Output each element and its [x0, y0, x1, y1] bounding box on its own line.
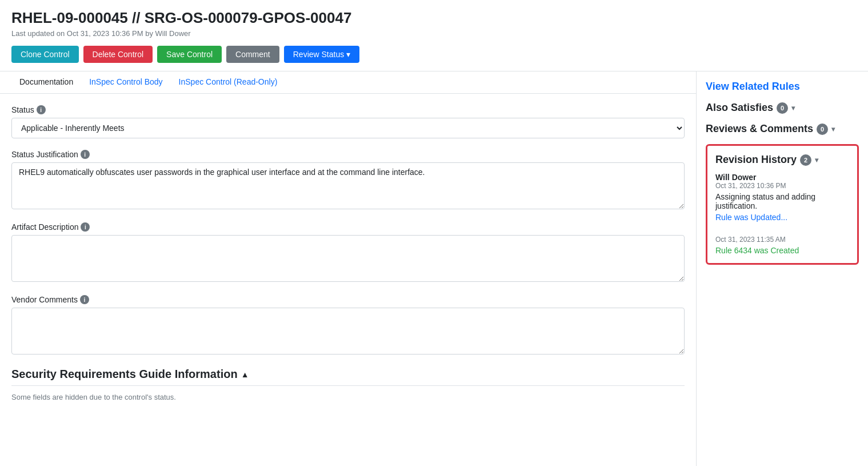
tab-inspec-control-readonly[interactable]: InSpec Control (Read-Only) [171, 71, 286, 93]
form-body: Status i Applicable - Inherently Meets S… [0, 94, 696, 424]
comment-button[interactable]: Comment [226, 46, 279, 63]
tabs-bar: Documentation InSpec Control Body InSpec… [0, 71, 696, 94]
reviews-comments-badge: 0 [817, 124, 828, 135]
revision-date-1: Oct 31, 2023 10:36 PM [715, 182, 849, 190]
reviews-comments-title: Reviews & Comments 0 ▾ [706, 123, 859, 135]
also-satisfies-section: Also Satisfies 0 ▾ [706, 102, 859, 114]
reviews-comments-section: Reviews & Comments 0 ▾ [706, 123, 859, 135]
status-label: Status i [11, 105, 685, 114]
main-content: Documentation InSpec Control Body InSpec… [0, 71, 868, 466]
artifact-description-info-icon: i [81, 222, 90, 232]
vendor-comments-textarea[interactable] [11, 308, 685, 355]
clone-control-button[interactable]: Clone Control [11, 46, 79, 63]
right-panel: View Related Rules Also Satisfies 0 ▾ Re… [697, 71, 868, 466]
revision-history-box: Revision History 2 ▾ Will Dower Oct 31, … [706, 144, 859, 265]
revision-created-2: Rule 6434 was Created [715, 246, 849, 255]
revision-entry-2: Oct 31, 2023 11:35 AM Rule 6434 was Crea… [715, 230, 849, 255]
artifact-description-textarea[interactable] [11, 235, 685, 282]
revision-history-badge: 2 [800, 154, 811, 166]
revision-history-title: Revision History 2 ▾ [715, 154, 849, 166]
left-panel: Documentation InSpec Control Body InSpec… [0, 71, 697, 466]
also-satisfies-badge: 0 [777, 102, 788, 114]
revision-history-dropdown-icon[interactable]: ▾ [815, 156, 818, 164]
reviews-comments-dropdown-icon[interactable]: ▾ [831, 125, 835, 133]
delete-control-button[interactable]: Delete Control [83, 46, 153, 63]
tab-inspec-control-body[interactable]: InSpec Control Body [81, 71, 170, 93]
artifact-description-label: Artifact Description i [11, 222, 685, 232]
status-justification-group: Status Justification i [11, 150, 685, 211]
revision-entry-1: Will Dower Oct 31, 2023 10:36 PM Assigni… [715, 173, 849, 222]
tab-documentation[interactable]: Documentation [11, 71, 81, 93]
review-status-chevron-icon: ▾ [346, 50, 350, 59]
save-control-button[interactable]: Save Control [157, 46, 222, 63]
artifact-description-group: Artifact Description i [11, 222, 685, 284]
also-satisfies-dropdown-icon[interactable]: ▾ [791, 104, 795, 112]
also-satisfies-title: Also Satisfies 0 ▾ [706, 102, 859, 114]
revision-date-2: Oct 31, 2023 11:35 AM [715, 236, 849, 244]
security-section-heading: Security Requirements Guide Information … [11, 368, 685, 381]
vendor-comments-info-icon: i [80, 295, 89, 304]
revision-note-1: Assigning status and adding justificatio… [715, 192, 849, 210]
revision-author-1: Will Dower [715, 173, 849, 182]
status-select[interactable]: Applicable - Inherently Meets [11, 118, 685, 138]
page-title: RHEL-09-000045 // SRG-OS-000079-GPOS-000… [11, 9, 857, 27]
status-justification-label: Status Justification i [11, 150, 685, 159]
view-related-rules-link[interactable]: View Related Rules [706, 81, 859, 93]
status-justification-info-icon: i [81, 150, 90, 159]
vendor-comments-group: Vendor Comments i [11, 295, 685, 356]
status-justification-textarea[interactable] [11, 162, 685, 209]
last-updated-text: Last updated on Oct 31, 2023 10:36 PM by… [11, 29, 857, 38]
vendor-comments-label: Vendor Comments i [11, 295, 685, 304]
section-divider [11, 385, 685, 386]
status-group: Status i Applicable - Inherently Meets [11, 105, 685, 138]
header-section: RHEL-09-000045 // SRG-OS-000079-GPOS-000… [0, 0, 868, 71]
status-info-icon: i [37, 105, 46, 114]
revision-link-1[interactable]: Rule was Updated... [715, 213, 787, 222]
toolbar: Clone Control Delete Control Save Contro… [11, 46, 857, 63]
hidden-fields-note: Some fields are hidden due to the contro… [11, 393, 685, 401]
security-section-chevron-icon: ▲ [241, 370, 249, 379]
security-section: Security Requirements Guide Information … [11, 368, 685, 401]
review-status-button[interactable]: Review Status ▾ [284, 46, 359, 63]
page-wrapper: RHEL-09-000045 // SRG-OS-000079-GPOS-000… [0, 0, 868, 466]
review-status-label: Review Status [293, 50, 344, 59]
